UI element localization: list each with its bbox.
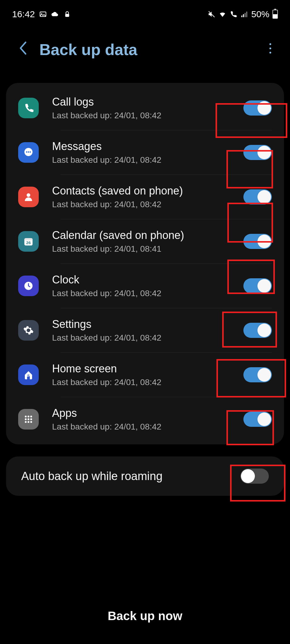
- wifi-icon: [219, 10, 226, 18]
- status-time: 16:42: [12, 9, 35, 19]
- status-right: 50%: [208, 9, 278, 19]
- status-left: 16:42: [12, 9, 71, 19]
- row-subtitle: Last backed up: 24/01, 08:42: [52, 200, 243, 209]
- clock-toggle[interactable]: [243, 278, 272, 293]
- apps-icon: [18, 409, 39, 430]
- signal-icon: [240, 10, 248, 18]
- row-content: AppsLast backed up: 24/01, 08:42: [52, 407, 243, 432]
- roaming-label: Auto back up while roaming: [21, 470, 163, 483]
- svg-point-21: [25, 416, 27, 417]
- svg-point-26: [30, 418, 32, 420]
- backup-row-apps[interactable]: AppsLast backed up: 24/01, 08:42: [6, 397, 284, 441]
- page-header: Back up data: [0, 22, 290, 71]
- back-up-now-button[interactable]: Back up now: [0, 597, 290, 635]
- svg-text:S: S: [27, 374, 30, 378]
- call-logs-toggle[interactable]: [243, 100, 272, 116]
- svg-point-8: [269, 43, 271, 45]
- row-content: Call logsLast backed up: 24/01, 08:42: [52, 96, 243, 120]
- row-title: Calendar (saved on phone): [52, 229, 243, 242]
- page-title: Back up data: [39, 41, 266, 59]
- calendar-toggle[interactable]: [243, 234, 272, 249]
- contacts-toggle[interactable]: [243, 189, 272, 204]
- apps-toggle[interactable]: [243, 412, 272, 427]
- svg-point-27: [25, 421, 27, 423]
- svg-rect-2: [65, 14, 69, 17]
- cloud-icon: [51, 10, 59, 18]
- row-content: MessagesLast backed up: 24/01, 08:42: [52, 140, 243, 165]
- backup-row-messages[interactable]: MessagesLast backed up: 24/01, 08:42: [6, 130, 284, 175]
- row-title: Call logs: [52, 96, 243, 108]
- home-screen-toggle[interactable]: [243, 367, 272, 382]
- row-subtitle: Last backed up: 24/01, 08:42: [52, 378, 243, 387]
- svg-text:26: 26: [26, 240, 31, 245]
- row-title: Messages: [52, 140, 243, 153]
- backup-row-settings[interactable]: SettingsLast backed up: 24/01, 08:42: [6, 308, 284, 352]
- row-title: Contacts (saved on phone): [52, 185, 243, 197]
- row-content: Calendar (saved on phone)Last backed up:…: [52, 229, 243, 254]
- svg-rect-6: [245, 13, 246, 17]
- svg-point-23: [30, 416, 32, 417]
- row-title: Home screen: [52, 362, 243, 375]
- row-content: ClockLast backed up: 24/01, 08:42: [52, 273, 243, 298]
- row-subtitle: Last backed up: 24/01, 08:42: [52, 289, 243, 298]
- lock-icon: [63, 10, 71, 18]
- roaming-toggle[interactable]: [240, 469, 269, 484]
- back-button[interactable]: [18, 41, 27, 59]
- svg-point-12: [26, 151, 28, 153]
- backup-row-clock[interactable]: ClockLast backed up: 24/01, 08:42: [6, 264, 284, 308]
- row-subtitle: Last backed up: 24/01, 08:42: [52, 111, 243, 120]
- row-subtitle: Last backed up: 24/01, 08:42: [52, 155, 243, 165]
- svg-point-15: [27, 193, 30, 197]
- backup-row-call-logs[interactable]: Call logsLast backed up: 24/01, 08:42: [6, 86, 284, 130]
- svg-rect-17: [25, 238, 33, 241]
- svg-point-10: [269, 52, 271, 54]
- svg-point-29: [30, 421, 32, 423]
- call-logs-icon: [18, 98, 39, 118]
- backup-items-card: Call logsLast backed up: 24/01, 08:42Mes…: [6, 83, 284, 444]
- home-screen-icon: S: [18, 364, 39, 385]
- svg-point-24: [25, 418, 27, 420]
- row-subtitle: Last backed up: 24/01, 08:42: [52, 422, 243, 432]
- more-menu-button[interactable]: [266, 42, 275, 57]
- svg-point-13: [28, 151, 29, 153]
- contacts-icon: [18, 187, 39, 207]
- row-title: Clock: [52, 273, 243, 286]
- settings-toggle[interactable]: [243, 323, 272, 338]
- status-bar: 16:42 50%: [0, 0, 290, 22]
- picture-icon: [39, 10, 47, 18]
- svg-point-9: [269, 47, 271, 49]
- svg-point-25: [28, 418, 29, 420]
- backup-row-home-screen[interactable]: SHome screenLast backed up: 24/01, 08:42: [6, 353, 284, 397]
- row-subtitle: Last backed up: 24/01, 08:42: [52, 333, 243, 343]
- messages-toggle[interactable]: [243, 145, 272, 160]
- messages-icon: [18, 142, 39, 163]
- row-content: SettingsLast backed up: 24/01, 08:42: [52, 318, 243, 343]
- battery-icon: [272, 10, 278, 19]
- svg-rect-5: [243, 14, 244, 17]
- svg-point-28: [28, 421, 29, 423]
- volte-icon: [229, 10, 237, 18]
- roaming-card[interactable]: Auto back up while roaming: [6, 456, 284, 496]
- row-title: Settings: [52, 318, 243, 331]
- row-content: Contacts (saved on phone)Last backed up:…: [52, 185, 243, 209]
- svg-rect-7: [246, 11, 247, 17]
- svg-rect-4: [241, 15, 242, 17]
- battery-percent: 50%: [251, 9, 269, 19]
- backup-row-calendar[interactable]: 26Calendar (saved on phone)Last backed u…: [6, 219, 284, 263]
- backup-row-contacts[interactable]: Contacts (saved on phone)Last backed up:…: [6, 175, 284, 219]
- mute-icon: [208, 10, 216, 18]
- svg-point-14: [30, 151, 31, 153]
- row-content: Home screenLast backed up: 24/01, 08:42: [52, 362, 243, 387]
- row-subtitle: Last backed up: 24/01, 08:41: [52, 244, 243, 254]
- settings-icon: [18, 320, 39, 341]
- calendar-icon: 26: [18, 231, 39, 252]
- clock-icon: [18, 276, 39, 296]
- row-title: Apps: [52, 407, 243, 420]
- svg-point-22: [28, 416, 29, 417]
